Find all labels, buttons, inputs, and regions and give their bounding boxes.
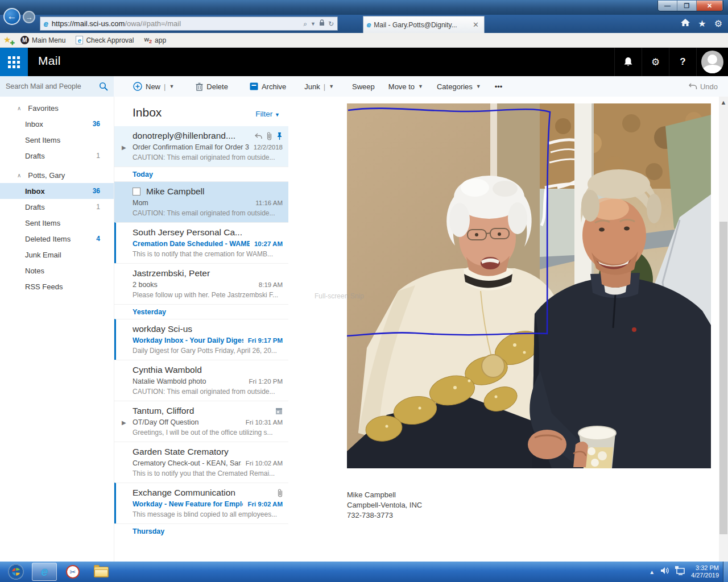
- trash-icon: [196, 82, 203, 91]
- taskbar-clock[interactable]: 3:32 PM 4/27/2019: [691, 564, 721, 579]
- filter-button[interactable]: Filter ▼: [255, 110, 280, 118]
- ie-icon: e: [367, 20, 371, 29]
- folder-section-potts-gary[interactable]: ∧Potts, Gary: [0, 167, 114, 183]
- folder-section-favorites[interactable]: ∧Favorites: [0, 100, 114, 116]
- start-button[interactable]: [3, 563, 28, 581]
- email-time: Fri 10:02 AM: [246, 460, 283, 467]
- network-icon[interactable]: [675, 566, 685, 577]
- show-desktop-button[interactable]: [723, 562, 728, 582]
- add-favorite-icon[interactable]: ★✚: [3, 36, 14, 45]
- search-mail-box[interactable]: Search Mail and People: [0, 76, 114, 97]
- email-time: 11:16 AM: [255, 199, 283, 206]
- delete-button[interactable]: Delete: [191, 80, 233, 93]
- date-group-header: Today: [114, 167, 288, 181]
- settings-gear-icon[interactable]: ⚙: [714, 18, 722, 29]
- paperclip-icon: [278, 489, 283, 497]
- w2-icon: w2: [144, 36, 152, 44]
- email-subject: Natalie Wambold photo: [133, 377, 245, 385]
- undo-button[interactable]: Undo: [689, 82, 718, 91]
- expand-conversation-icon[interactable]: ▶: [122, 419, 126, 426]
- email-time: Fri 1:20 PM: [249, 378, 283, 385]
- window-controls: — ❐ ✕: [657, 1, 723, 11]
- app-launcher-button[interactable]: [0, 48, 28, 76]
- search-icon[interactable]: [99, 82, 108, 91]
- dropdown-caret-icon[interactable]: ▼: [311, 21, 316, 27]
- ie-icon: e: [44, 19, 48, 28]
- sidebar-item-rss-feeds[interactable]: RSS Feeds: [0, 278, 114, 294]
- settings-gear-icon[interactable]: ⚙: [642, 48, 669, 76]
- email-row[interactable]: Exchange CommunicationWorkday - New Feat…: [114, 483, 288, 523]
- signature-phone: 732-738-3773: [347, 510, 422, 521]
- email-row[interactable]: South Jersey Personal Ca...Cremation Dat…: [114, 222, 288, 263]
- move-to-button[interactable]: Move to▼: [384, 80, 428, 93]
- email-row[interactable]: Jastrzembski, Peter2 books8:19 AMPlease …: [114, 263, 288, 304]
- email-row[interactable]: Tantum, Clifford▶OT/Day Off QuestionFri …: [114, 401, 288, 442]
- notifications-bell-icon[interactable]: [614, 48, 642, 76]
- email-row[interactable]: Cynthia WamboldNatalie Wambold photoFri …: [114, 360, 288, 401]
- taskbar-snipping-tool-button[interactable]: ✂: [60, 563, 85, 581]
- favorite-main-menu[interactable]: M Main Menu: [17, 35, 69, 45]
- refresh-icon[interactable]: ↻: [328, 20, 334, 28]
- archive-button[interactable]: Archive: [245, 80, 291, 93]
- help-icon[interactable]: ?: [669, 48, 696, 76]
- email-row[interactable]: workday Sci-usWorkday Inbox - Your Daily…: [114, 319, 288, 360]
- sidebar-item-sent-items[interactable]: Sent Items: [0, 132, 114, 148]
- new-button[interactable]: New|▼: [129, 80, 179, 93]
- email-preview: CAUTION: This email originated from outs…: [133, 153, 283, 161]
- sender-name: Cynthia Wambold: [133, 365, 283, 375]
- account-avatar[interactable]: [696, 48, 728, 76]
- expand-conversation-icon[interactable]: ▶: [122, 144, 126, 151]
- email-row[interactable]: Mike CampbellMom11:16 AMCAUTION: This em…: [114, 181, 288, 222]
- home-icon[interactable]: [681, 18, 690, 29]
- browser-navbar: ← → e https://mail.sci-us.com/owa/#path=…: [0, 15, 728, 33]
- sidebar-item-deleted-items[interactable]: Deleted Items4: [0, 231, 114, 247]
- favorite-check-approval[interactable]: e Check Approval: [72, 35, 137, 45]
- reading-scrollbar[interactable]: ▲: [719, 97, 728, 562]
- url-text: https://mail.sci-us.com/owa/#path=/mail: [52, 19, 300, 28]
- back-button[interactable]: ←: [3, 8, 20, 25]
- sidebar-item-inbox[interactable]: Inbox36: [0, 116, 114, 132]
- email-time: Fri 9:02 AM: [247, 501, 283, 508]
- email-row[interactable]: donotreply@hillenbrand....▶Order Confirm…: [114, 126, 288, 167]
- sidebar-item-notes[interactable]: Notes: [0, 263, 114, 278]
- unread-count: 36: [93, 120, 100, 128]
- sidebar-item-drafts[interactable]: Drafts1: [0, 148, 114, 164]
- email-subject: Workday - New Feature for Employe: [133, 500, 243, 508]
- scroll-up-icon[interactable]: ▲: [719, 99, 728, 106]
- row-checkbox[interactable]: [133, 188, 140, 196]
- close-button[interactable]: ✕: [697, 1, 723, 11]
- taskbar-explorer-button[interactable]: [89, 563, 114, 581]
- forward-button[interactable]: →: [23, 11, 35, 23]
- junk-button[interactable]: Junk|▼: [300, 80, 338, 93]
- favorites-star-icon[interactable]: ★: [698, 18, 706, 29]
- app-title: Mail: [38, 54, 61, 68]
- date-group-header: Yesterday: [114, 304, 288, 319]
- sidebar-item-sent-items[interactable]: Sent Items: [0, 215, 114, 231]
- favorite-app[interactable]: w2 app: [140, 35, 169, 45]
- taskbar-ie-button[interactable]: e: [32, 563, 57, 581]
- sender-name: Exchange Communication: [133, 488, 278, 498]
- sidebar-item-junk-email[interactable]: Junk Email: [0, 247, 114, 263]
- restore-button[interactable]: ❐: [677, 1, 697, 11]
- tab-close-icon[interactable]: ✕: [471, 20, 481, 29]
- more-commands-button[interactable]: •••: [490, 80, 507, 93]
- email-signature: Mike Campbell Campbell-Ventola, INC 732-…: [347, 490, 422, 521]
- sweep-button[interactable]: Sweep: [348, 80, 379, 93]
- ie-icon: e: [41, 564, 48, 579]
- undo-icon: [689, 83, 697, 90]
- scroll-thumb[interactable]: [719, 222, 727, 534]
- categories-button[interactable]: Categories▼: [432, 80, 486, 93]
- windows-taskbar: e ✂ ▲ 3:32 PM 4/27/2019: [0, 562, 728, 582]
- email-time: 8:19 AM: [259, 281, 283, 288]
- sidebar-item-drafts[interactable]: Drafts1: [0, 199, 114, 215]
- drink-glass: [573, 426, 616, 468]
- volume-icon[interactable]: [660, 567, 669, 577]
- tray-expand-icon[interactable]: ▲: [649, 569, 655, 575]
- email-row[interactable]: Garden State CrematoryCrematory Check-ou…: [114, 442, 288, 483]
- email-preview: CAUTION: This email originated from outs…: [133, 388, 283, 396]
- sidebar-item-inbox[interactable]: Inbox36: [0, 183, 114, 199]
- address-bar[interactable]: e https://mail.sci-us.com/owa/#path=/mai…: [40, 16, 338, 31]
- minimize-button[interactable]: —: [658, 1, 677, 11]
- browser-tab[interactable]: e Mail - Gary.Potts@Dignity... ✕: [363, 16, 485, 33]
- search-icon[interactable]: ⌕: [303, 20, 307, 28]
